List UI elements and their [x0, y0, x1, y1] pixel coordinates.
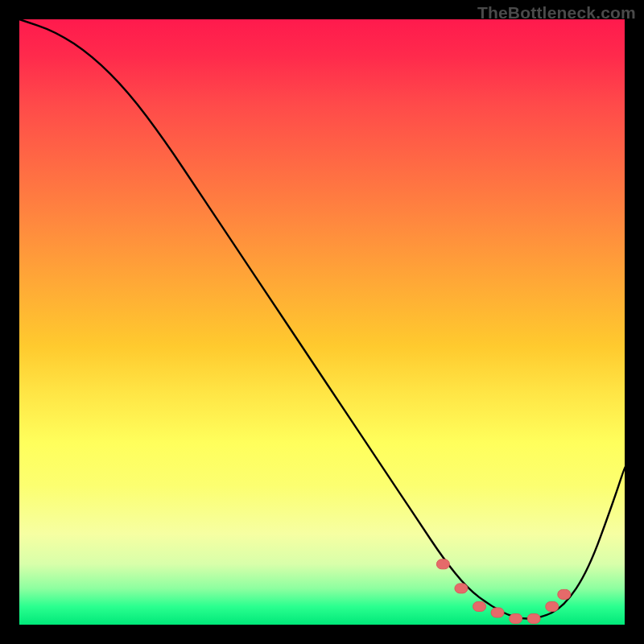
marker-point: [455, 584, 468, 593]
marker-point: [546, 601, 559, 611]
bottleneck-curve-path: [19, 19, 625, 618]
plot-area: [19, 19, 625, 625]
marker-point: [473, 601, 486, 611]
marker-point: [527, 613, 540, 623]
marker-point: [491, 608, 504, 617]
watermark-text: TheBottleneck.com: [477, 3, 636, 23]
marker-point: [436, 559, 449, 569]
marker-point: [510, 613, 522, 623]
chart-frame: TheBottleneck.com: [0, 0, 644, 644]
curve-svg: [19, 19, 625, 625]
marker-point: [558, 589, 571, 599]
